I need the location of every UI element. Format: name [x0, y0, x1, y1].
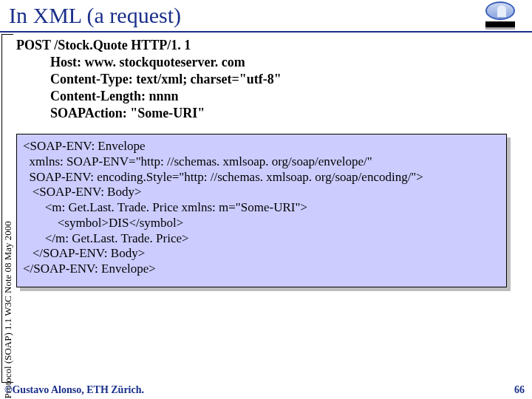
http-request-line: POST /Stock.Quote HTTP/1. 1: [16, 37, 525, 54]
footer-page-number: 66: [514, 384, 525, 396]
eth-logo: [474, 1, 526, 28]
footer-author: ©Gustavo Alonso, ETH Zürich.: [4, 384, 144, 396]
xml-line: <m: Get.Last. Trade. Price xmlns: m="Som…: [23, 200, 500, 216]
xml-line: </SOAP-ENV: Envelope>: [23, 262, 500, 277]
xml-line: SOAP-ENV: encoding.Style="http: //schema…: [23, 170, 500, 185]
eth-logo-oval: [485, 1, 515, 20]
slide-footer: ©Gustavo Alonso, ETH Zürich. 66: [0, 383, 532, 399]
slide-content: POST /Stock.Quote HTTP/1. 1 Host: www. s…: [16, 37, 525, 287]
xml-line: <symbol>DIS</symbol>: [23, 216, 500, 231]
http-header-line: Content-Type: text/xml; charset="utf-8": [16, 71, 525, 88]
eth-logo-dome: [497, 5, 506, 17]
side-citation-box: From the: Simple Object Access Protocol …: [1, 34, 13, 383]
http-request-block: POST /Stock.Quote HTTP/1. 1 Host: www. s…: [16, 37, 525, 122]
xml-panel-container: <SOAP-ENV: Envelope xmlns: SOAP-ENV="htt…: [16, 134, 525, 287]
http-header-line: Content-Length: nnnn: [16, 88, 525, 105]
xml-line: <SOAP-ENV: Body>: [23, 185, 500, 200]
side-citation-text: From the: Simple Object Access Protocol …: [2, 221, 14, 399]
http-header-line: Host: www. stockquoteserver. com: [16, 54, 525, 71]
xml-line: </SOAP-ENV: Body>: [23, 246, 500, 262]
http-header-line: SOAPAction: "Some-URI": [16, 105, 525, 122]
eth-logo-text: [485, 21, 515, 28]
xml-body-panel: <SOAP-ENV: Envelope xmlns: SOAP-ENV="htt…: [16, 134, 507, 287]
xml-line: </m: Get.Last. Trade. Price>: [23, 231, 500, 247]
xml-line: xmlns: SOAP-ENV="http: //schemas. xmlsoa…: [23, 154, 500, 170]
page-title: In XML (a request): [0, 0, 532, 28]
xml-line: <SOAP-ENV: Envelope: [23, 139, 500, 154]
slide-header: In XML (a request): [0, 0, 532, 33]
